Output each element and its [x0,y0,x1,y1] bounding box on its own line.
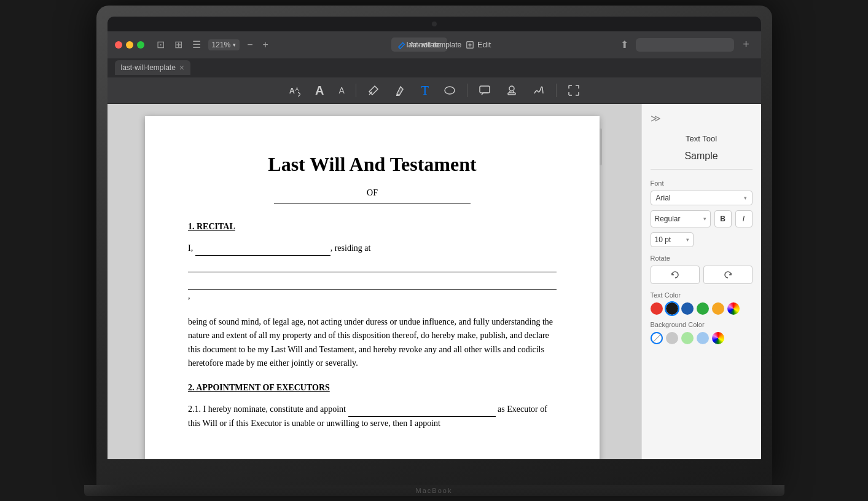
font-size-dropdown[interactable]: 10 pt ▾ [651,232,694,247]
stamp-icon [506,84,518,97]
panel-title: Text Tool [651,134,753,143]
zoom-value: 121% [212,41,231,49]
sidebar-toggle-icon[interactable]: ⊡ [154,37,167,52]
zoom-out-icon[interactable]: − [244,38,255,52]
screen-bezel: ⊡ ⊞ ☰ 121% ▾ − + [108,17,761,459]
bg-color-blue[interactable] [697,332,709,344]
zoom-dropdown-icon: ▾ [233,42,236,48]
svg-point-5 [509,86,514,91]
divider-2 [467,84,467,97]
rotate-right-button[interactable] [703,266,753,284]
font-dropdown[interactable]: Arial ▾ [651,191,753,205]
rotate-label: Rotate [651,254,753,262]
executors-heading: 2. APPOINTMENT OF EXECUTORS [188,383,557,393]
text-color-blue[interactable] [681,302,694,315]
edit-label: Edit [477,40,491,49]
shape-tool-button[interactable] [440,82,459,99]
bg-color-label: Background Color [651,321,753,328]
share-icon[interactable]: ⬆ [618,37,631,52]
text-color-orange[interactable] [712,302,724,315]
bg-color-none[interactable] [651,332,663,344]
size-chevron-icon: ▾ [686,237,689,243]
size-value: 10 pt [655,235,671,244]
annotation-toolbar: A A A A [108,78,761,104]
svg-point-3 [445,87,455,94]
text-tool-button[interactable]: T [418,81,432,100]
pencil-icon [397,41,406,49]
expand-tool-button[interactable] [564,82,584,99]
highlight-tool-button[interactable] [391,82,410,99]
text-color-green[interactable] [697,302,709,315]
panel-collapse-icon[interactable]: ≫ [651,112,661,124]
svg-text:A: A [295,87,299,92]
tab-label: last-will-template [121,63,176,72]
style-dropdown[interactable]: Regular ▾ [651,210,711,227]
scrollbar[interactable] [600,116,603,447]
signature-tool-button[interactable] [529,82,549,99]
right-panel: ≫ Text Tool Sample Font Arial ▾ [641,104,761,459]
grid-view-icon[interactable]: ⊞ [172,37,185,52]
screen-content: ⊡ ⊞ ☰ 121% ▾ − + [108,31,761,459]
font-size-increase-button[interactable]: A [311,81,327,100]
text-color-black[interactable] [666,302,678,315]
bg-color-multicolor[interactable] [712,332,724,344]
edit-icon [466,41,474,49]
style-row: Regular ▾ B I [651,210,753,227]
document-title: Last Will And Testament [188,153,557,176]
recital-content: I, , residing at , [188,242,557,304]
text-tool-icon: T [421,84,429,98]
bold-button[interactable]: B [714,210,732,227]
divider-3 [556,84,557,97]
pen-tool-button[interactable] [364,82,383,99]
fullscreen-button[interactable] [137,41,144,49]
comment-tool-button[interactable] [475,82,495,99]
text-colors-row [651,302,753,315]
add-tab-button[interactable]: + [739,37,754,52]
document-page: Last Will And Testament OF 1. RECITAL I,… [145,116,600,459]
document-tab[interactable]: last-will-template × [115,60,191,75]
text-color-multicolor[interactable] [727,302,740,315]
camera-dot [432,22,437,26]
zoom-control[interactable]: 121% ▾ [208,39,240,50]
search-input[interactable] [636,38,734,52]
edit-button[interactable]: Edit [459,37,497,52]
executors-content: 2.1. I hereby nominate, constitute and a… [188,403,557,431]
font-decrease-icon: A [338,85,344,95]
font-size-decrease-button[interactable]: A [335,83,348,98]
resize-text-tool-button[interactable]: A A [284,82,304,99]
bg-color-green[interactable] [681,332,694,344]
italic-button[interactable]: I [735,210,753,227]
annotate-label: Annotate [409,40,441,49]
expand-icon [568,84,580,97]
document-of: OF [188,188,557,198]
font-label: Font [651,179,753,187]
rotate-right-icon [723,270,733,280]
svg-text:A: A [289,86,295,95]
bg-colors-row [651,332,753,344]
rotate-left-button[interactable] [651,266,700,284]
macbook-label: MacBook [416,487,453,494]
font-increase-icon: A [315,84,324,98]
recital-body: being of sound mind, of legal age, not a… [188,315,557,371]
document-signature-line [274,203,471,203]
zoom-in-icon[interactable]: + [260,38,271,52]
style-value: Regular [655,215,681,223]
laptop-base: MacBook [84,485,784,496]
font-value: Arial [656,194,671,202]
tab-close-button[interactable]: × [179,63,184,73]
list-view-icon[interactable]: ☰ [190,37,203,52]
comment-icon [479,84,491,97]
search-wrapper [636,38,734,52]
divider-1 [356,84,356,97]
resize-text-icon: A A [288,84,300,97]
bg-color-gray[interactable] [666,332,678,344]
annotate-button[interactable]: Annotate [391,37,447,52]
document-area[interactable]: Last Will And Testament OF 1. RECITAL I,… [108,104,641,459]
text-color-red[interactable] [651,302,663,315]
traffic-lights [115,41,144,49]
minimize-button[interactable] [126,41,133,49]
stamp-tool-button[interactable] [502,82,522,99]
laptop-outer: ⊡ ⊞ ☰ 121% ▾ − + [96,6,772,485]
close-button[interactable] [115,41,122,49]
style-chevron-icon: ▾ [703,216,706,222]
